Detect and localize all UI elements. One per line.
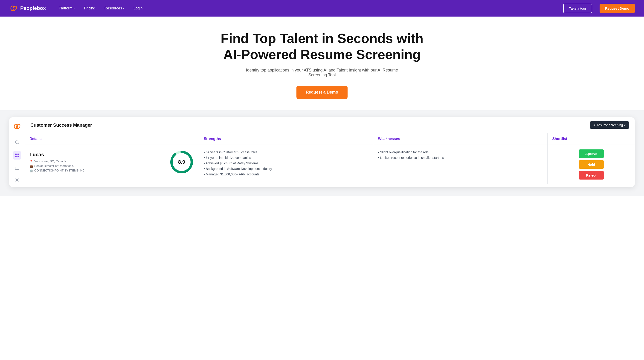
weaknesses-cell: Slight overqualification for the role Li… bbox=[373, 145, 548, 184]
app-header: Customer Success Manager AI resume scree… bbox=[25, 117, 635, 133]
hero-subtext: Identify top applications in your ATS us… bbox=[244, 68, 400, 77]
request-demo-hero-button[interactable]: Request a Demo bbox=[296, 86, 347, 99]
candidate-location: 📍 Vancouver, BC, Canada bbox=[30, 160, 164, 163]
svg-rect-7 bbox=[18, 154, 19, 155]
svg-line-5 bbox=[18, 143, 19, 144]
strength-item: Managed $1,000,000+ ARR accounts bbox=[204, 172, 368, 177]
weaknesses-list: Slight overqualification for the role Li… bbox=[378, 150, 543, 161]
chevron-down-icon: ▾ bbox=[74, 7, 75, 10]
svg-text:8.9: 8.9 bbox=[178, 159, 185, 165]
col-header-shortlist: Shortlist bbox=[548, 133, 635, 145]
strength-item: 6+ years in Customer Success roles bbox=[204, 150, 368, 155]
weakness-item: Limited recent experience in smaller sta… bbox=[378, 155, 543, 161]
hero-heading: Find Top Talent in Seconds with AI-Power… bbox=[218, 30, 426, 62]
nav-resources[interactable]: Resources ▾ bbox=[104, 4, 125, 12]
hero-section: Find Top Talent in Seconds with AI-Power… bbox=[0, 16, 644, 110]
logo[interactable]: Peoplebox bbox=[9, 4, 46, 13]
shortlist-cell: Aprove Hold Reject bbox=[548, 145, 635, 184]
candidate-company: 🏢 CONNECTIONPOINT SYSTEMS INC. bbox=[30, 169, 164, 173]
strengths-cell: 6+ years in Customer Success roles 3+ ye… bbox=[199, 145, 373, 184]
approve-button[interactable]: Aprove bbox=[579, 150, 604, 158]
svg-rect-10 bbox=[15, 167, 19, 170]
sidebar-logo bbox=[12, 122, 22, 131]
nav-pricing[interactable]: Pricing bbox=[83, 4, 96, 12]
building-icon: 🏢 bbox=[30, 169, 33, 173]
svg-point-11 bbox=[16, 179, 18, 181]
logo-text: Peoplebox bbox=[20, 5, 46, 11]
table-header: Details Strengths Weaknesses Shortlist bbox=[25, 133, 635, 145]
nav-login[interactable]: Login bbox=[132, 4, 144, 12]
briefcase-icon: 💼 bbox=[30, 165, 33, 168]
hold-button[interactable]: Hold bbox=[579, 160, 604, 169]
svg-rect-8 bbox=[15, 156, 16, 157]
sidebar-dashboard-icon[interactable] bbox=[13, 151, 21, 160]
candidate-name: Lucas bbox=[30, 152, 164, 158]
sidebar-search-icon[interactable] bbox=[14, 140, 20, 145]
candidate-role: 💼 Senior Director of Operations, bbox=[30, 164, 164, 168]
strength-item: Achieved $0 churn at Rafay Systems bbox=[204, 161, 368, 166]
demo-section: Customer Success Manager AI resume scree… bbox=[0, 110, 644, 196]
app-card: Customer Success Manager AI resume scree… bbox=[9, 117, 635, 187]
resume-table: Details Strengths Weaknesses Shortlist L… bbox=[25, 133, 635, 187]
strengths-list: 6+ years in Customer Success roles 3+ ye… bbox=[204, 150, 368, 177]
chevron-down-icon: ▾ bbox=[123, 7, 124, 10]
score-chart: 8.9 bbox=[169, 150, 194, 176]
strength-item: Background in Software Development indus… bbox=[204, 166, 368, 172]
reject-button[interactable]: Reject bbox=[579, 171, 604, 180]
ai-badge: AI resume screening 2 bbox=[590, 121, 629, 129]
app-main: Customer Success Manager AI resume scree… bbox=[25, 117, 635, 187]
location-icon: 📍 bbox=[30, 160, 33, 163]
col-header-weaknesses: Weaknesses bbox=[373, 133, 548, 145]
col-header-strengths: Strengths bbox=[199, 133, 373, 145]
candidate-details-cell: Lucas 📍 Vancouver, BC, Canada 💼 Senior D… bbox=[25, 145, 199, 184]
svg-rect-6 bbox=[15, 154, 16, 155]
logo-icon bbox=[9, 4, 18, 13]
nav-platform[interactable]: Platform ▾ bbox=[58, 4, 76, 12]
job-title: Customer Success Manager bbox=[30, 123, 92, 128]
sidebar-settings-icon[interactable] bbox=[14, 178, 20, 182]
table-row: Lucas 📍 Vancouver, BC, Canada 💼 Senior D… bbox=[25, 145, 635, 184]
sidebar-chat-icon[interactable] bbox=[14, 166, 20, 171]
svg-rect-9 bbox=[18, 156, 19, 157]
request-demo-nav-button[interactable]: Request Demo bbox=[600, 4, 635, 13]
strength-item: 3+ years in mid-size companies bbox=[204, 155, 368, 161]
app-sidebar bbox=[9, 117, 25, 187]
take-tour-button[interactable]: Take a tour bbox=[563, 4, 592, 13]
shortlist-buttons: Aprove Hold Reject bbox=[552, 150, 630, 180]
navigation: Peoplebox Platform ▾ Pricing Resources ▾… bbox=[0, 0, 644, 16]
weakness-item: Slight overqualification for the role bbox=[378, 150, 543, 155]
col-header-details: Details bbox=[25, 133, 199, 145]
